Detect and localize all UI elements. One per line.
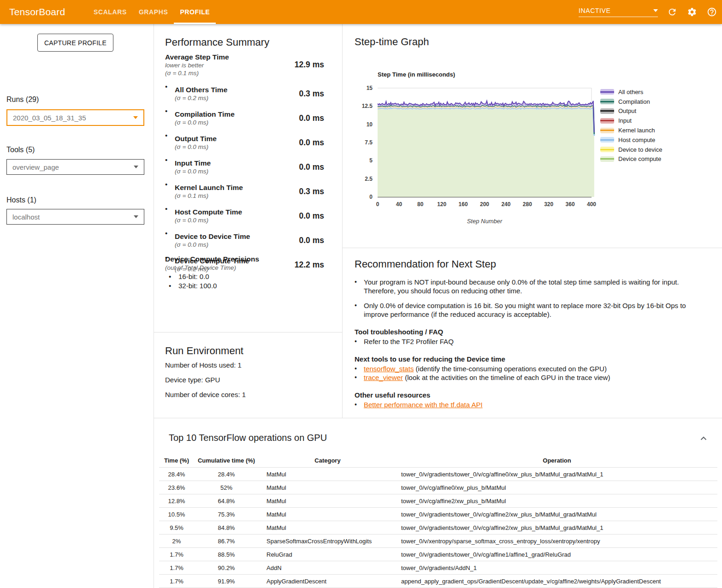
runs-select-value: 2020_03_05_18_31_35 <box>13 114 86 122</box>
link[interactable]: tensorflow_stats <box>364 365 414 373</box>
legend-swatch <box>600 137 614 143</box>
table-row: 1.7%90.2%AddNtower_0/v/gradients/AddN_1 <box>159 561 717 575</box>
cumulative-cell: 91.9% <box>194 575 259 588</box>
category-cell: ApplyGradientDescent <box>259 575 397 588</box>
metric-label: Host Compute Time <box>175 208 242 216</box>
metric-sigma: (σ = 0.1 ms) <box>175 192 243 200</box>
bullet-icon: • <box>165 155 175 164</box>
env-line: Number of device cores: 1 <box>165 391 246 398</box>
metric-value: 12.9 ms <box>295 60 324 70</box>
metric-value: 0.0 ms <box>299 113 324 123</box>
y-tick-label: 5 <box>369 157 373 164</box>
runs-select[interactable]: 2020_03_05_18_31_35 <box>6 109 144 126</box>
top-ops-title: Top 10 TensorFlow operations on GPU <box>169 433 327 443</box>
tab-scalars[interactable]: SCALARS <box>88 0 133 24</box>
x-tick-label: 360 <box>566 201 575 208</box>
refresh-icon[interactable] <box>667 6 678 18</box>
tools-select-value: overview_page <box>12 163 59 171</box>
top-nav-tabs: SCALARSGRAPHSPROFILE <box>88 0 216 24</box>
x-tick-label: 400 <box>587 201 596 208</box>
metric-sigma: (σ = 0.0 ms) <box>175 167 211 175</box>
metric-value: 0.0 ms <box>299 211 324 221</box>
env-line: Number of Hosts used: 1 <box>165 361 246 369</box>
legend-swatch <box>600 108 614 114</box>
y-tick-label: 0 <box>369 194 373 200</box>
y-tick-label: 10 <box>367 121 373 128</box>
cumulative-cell: 75.3% <box>194 508 259 521</box>
collapse-panel-button[interactable] <box>697 433 710 445</box>
header-right-controls: INACTIVE <box>579 0 717 24</box>
operation-cell: append_apply_gradient_ops/GradientDescen… <box>397 575 717 588</box>
recommendation-group: Other useful resources•Better performanc… <box>355 391 701 409</box>
cumulative-cell: 90.2% <box>194 561 259 575</box>
tab-profile[interactable]: PROFILE <box>174 0 216 24</box>
legend-item-kernel-launch: Kernel launch <box>600 125 662 135</box>
x-tick-label: 80 <box>417 201 424 208</box>
time-cell: 28.4% <box>159 468 194 481</box>
legend-swatch <box>600 118 614 124</box>
metric-label: Device to Device Time <box>175 232 250 241</box>
metric-note: lower is better <box>165 61 229 69</box>
metric-input-time: •Input Time(σ = 0.0 ms)0.0 ms <box>165 155 324 178</box>
legend-swatch <box>600 89 614 95</box>
step-time-chart: Step Time (in milliseconds)02.557.51012.… <box>350 69 722 231</box>
settings-gear-icon[interactable] <box>686 6 698 18</box>
x-axis-label: Step Number <box>467 218 503 225</box>
step-time-graph-title: Step-time Graph <box>355 36 429 48</box>
x-tick-label: 200 <box>480 201 489 208</box>
chevron-down-icon <box>133 116 138 119</box>
tools-select[interactable]: overview_page <box>6 159 144 175</box>
legend-label: Host compute <box>618 137 655 143</box>
metric-label: Output Time <box>175 134 217 143</box>
chevron-down-icon <box>653 9 658 12</box>
tab-graphs[interactable]: GRAPHS <box>133 0 174 24</box>
reload-status-select[interactable]: INACTIVE <box>579 7 658 17</box>
operation-cell: tower_0/v/gradients/AddN_1 <box>397 561 717 575</box>
category-cell: MatMul <box>259 494 397 508</box>
table-row: 1.7%88.5%ReluGradtower_0/v/gradients/tow… <box>159 548 717 561</box>
group-heading: Other useful resources <box>355 391 701 399</box>
link[interactable]: trace_viewer <box>364 374 403 381</box>
run-environment-lines: Number of Hosts used: 1Device type: GPUN… <box>165 354 246 398</box>
bullet-icon: • <box>165 180 175 189</box>
group-item: •Refer to the TF2 Profiler FAQ <box>355 337 701 346</box>
legend-swatch <box>600 156 614 162</box>
metric-compilation-time: •Compilation Time(σ = 0.0 ms)0.0 ms <box>165 107 324 130</box>
hosts-select-value: localhost <box>12 213 40 221</box>
time-cell: 12.8% <box>159 494 194 508</box>
category-cell: ReluGrad <box>259 548 397 561</box>
x-tick-label: 280 <box>523 201 532 208</box>
group-item: •tensorflow_stats (identify the time-con… <box>355 364 701 373</box>
recommendation-section: Recommendation for Next Step •Your progr… <box>355 258 701 409</box>
table-row: 23.6%52%MatMultower_0/v/cg/affine0/xw_pl… <box>159 481 717 494</box>
legend-item-all-others: All others <box>600 87 662 97</box>
tensorboard-profile-page: TensorBoard SCALARSGRAPHSPROFILE INACTIV… <box>0 0 722 588</box>
metric-value: 0.0 ms <box>299 138 324 148</box>
horizontal-divider <box>154 332 342 333</box>
vertical-divider <box>342 24 343 418</box>
table-header-row: Time (%)Cumulative time (%)CategoryOpera… <box>159 454 717 468</box>
help-icon[interactable] <box>706 6 717 18</box>
capture-profile-button[interactable]: CAPTURE PROFILE <box>37 34 113 52</box>
chart-title: Step Time (in milliseconds) <box>378 71 455 78</box>
app-title: TensorBoard <box>9 0 65 24</box>
sidebar: CAPTURE PROFILE Runs (29) 2020_03_05_18_… <box>0 24 154 588</box>
legend-label: Device compute <box>618 155 661 162</box>
category-cell: MatMul <box>259 468 397 481</box>
device-compute-precisions: Device Compute Precisions (out of Total … <box>165 255 324 290</box>
column-header: Operation <box>397 454 717 468</box>
operation-cell: tower_0/v/xentropy/sparse_softmax_cross_… <box>397 535 717 548</box>
link[interactable]: Better performance with the tf.data API <box>364 401 483 409</box>
hosts-select[interactable]: localhost <box>6 209 144 225</box>
metric-kernel-launch-time: •Kernel Launch Time(σ = 0.1 ms)0.3 ms <box>165 180 324 203</box>
category-cell: AddN <box>259 561 397 575</box>
table-row: 10.5%75.3%MatMultower_0/v/gradients/towe… <box>159 508 717 521</box>
bullet-icon: • <box>165 229 175 238</box>
horizontal-divider <box>343 248 722 248</box>
cumulative-cell: 86.7% <box>194 535 259 548</box>
recommendation-group: Tool troubleshooting / FAQ•Refer to the … <box>355 327 701 346</box>
category-cell: SparseSoftmaxCrossEntropyWithLogits <box>259 535 397 548</box>
legend-label: Compilation <box>618 98 650 105</box>
operation-cell: tower_0/v/gradients/tower_0/v/cg/affine1… <box>397 548 717 561</box>
y-tick-label: 7.5 <box>365 139 373 146</box>
